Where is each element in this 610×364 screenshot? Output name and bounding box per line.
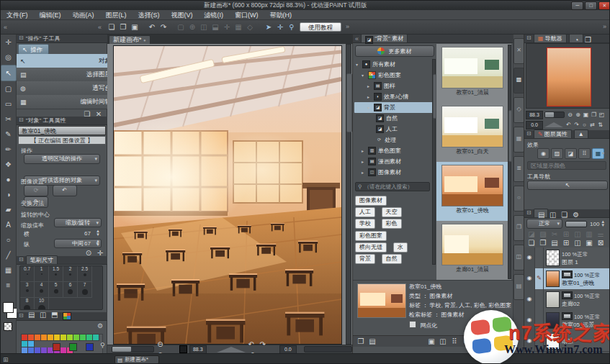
transparent-color-swatch[interactable]: [4, 322, 12, 331]
actual-size-icon[interactable]: [179, 345, 187, 353]
tag-horizontal-seamless[interactable]: 横向无缝: [355, 242, 387, 252]
layer-visibility-eye-icon[interactable]: ◉: [524, 310, 535, 331]
panel-menu-icon[interactable]: ⊟: [526, 129, 531, 138]
navigator-zoom-icon[interactable]: ◰: [598, 111, 606, 119]
color-set-tab-icon[interactable]: ◫: [37, 309, 49, 320]
brush-size-cell[interactable]: 1.5: [49, 266, 63, 282]
opacity-slider[interactable]: [565, 221, 587, 227]
color-swatch[interactable]: [67, 335, 73, 341]
brush-size-cell[interactable]: 4: [35, 282, 49, 298]
material-view-icon[interactable]: ▦: [472, 336, 483, 347]
navigator-rotate-icon[interactable]: ↷: [573, 121, 580, 129]
tool-icon[interactable]: ●: [1, 172, 16, 187]
tool-icon[interactable]: ▭: [1, 96, 16, 112]
brush-size-cell[interactable]: 3: [20, 282, 35, 298]
tool-icon[interactable]: ▰: [1, 202, 16, 217]
canvas-document[interactable]: [113, 45, 342, 345]
color-swatch[interactable]: [73, 335, 80, 341]
tag-color-pattern[interactable]: 彩色图案: [355, 231, 387, 241]
panel-menu-icon[interactable]: ⊟: [526, 34, 531, 42]
panel-menu-icon[interactable]: ⊟: [526, 209, 531, 217]
transparency-operation-dropdown[interactable]: 透明区域的操作: [24, 154, 100, 164]
tool-navigation-button[interactable]: ↖: [527, 181, 608, 190]
file-tool-icon[interactable]: ❐: [117, 22, 129, 32]
brush-size-cell[interactable]: 7: [78, 282, 92, 298]
effect-icon[interactable]: ▨: [551, 148, 563, 159]
panel-menu-icon[interactable]: ⊟: [19, 255, 24, 264]
tool-icon[interactable]: ✂: [1, 112, 16, 127]
collapse-chevron-icon[interactable]: «: [98, 24, 102, 31]
rotate-icon[interactable]: ↶: [246, 339, 257, 350]
canvas-zoom-slider[interactable]: [112, 346, 154, 352]
material-view-icon[interactable]: ◫: [437, 336, 449, 347]
tree-item-image-material[interactable]: ▸◫图像素材: [354, 167, 439, 178]
material-strip-icon[interactable]: ◫: [513, 245, 524, 270]
layer-property-stub-tab[interactable]: ▲: [574, 129, 588, 138]
material-list-scrollbar[interactable]: [508, 45, 511, 279]
layer-property-tab[interactable]: ✎ 图层属性: [534, 129, 572, 138]
tool-icon[interactable]: ○: [1, 232, 16, 247]
tag-water[interactable]: 水: [393, 242, 408, 252]
material-strip-icon[interactable]: ≣: [513, 156, 524, 182]
brush-size-cell[interactable]: 5: [49, 282, 63, 298]
brush-size-cell[interactable]: 8: [20, 298, 35, 310]
tag-background[interactable]: 背景: [355, 254, 375, 264]
blend-mode-dropdown[interactable]: 正常: [526, 219, 562, 229]
close-button[interactable]: ✕: [598, 1, 610, 10]
file-tool-icon[interactable]: ❏: [106, 22, 117, 32]
effect-caret-icon[interactable]: ▾: [602, 150, 604, 155]
material-folder-icon[interactable]: ▤: [367, 336, 378, 347]
menu-item[interactable]: 选择(S): [133, 10, 166, 20]
menu-item[interactable]: 滤镜(I): [199, 10, 230, 20]
document-chip[interactable]: ▤ 新建画布*: [115, 355, 159, 364]
material-folder-icon[interactable]: ❐: [355, 336, 367, 347]
layer-row[interactable]: ◉ 100 %正常 教室05_远景: [524, 310, 610, 332]
brush-size-cell[interactable]: 0.7: [20, 266, 35, 282]
effect-icon[interactable]: ◪: [565, 148, 577, 159]
status-chevron-icon[interactable]: ⊞: [3, 356, 9, 363]
layer-link-column[interactable]: [535, 331, 544, 351]
color-swatch[interactable]: [28, 341, 35, 347]
collapse-chevron-icon[interactable]: «: [4, 24, 7, 31]
effect-icon[interactable]: ⠿: [578, 148, 591, 159]
tool-icon[interactable]: ✛: [1, 35, 16, 50]
material-strip-icon[interactable]: ❐: [513, 215, 524, 241]
recent-color-swatch[interactable]: [86, 343, 94, 351]
color-set-tab-icon[interactable]: ⬒: [49, 309, 60, 320]
tool-icon[interactable]: ❖: [1, 157, 16, 172]
nav-tool-icon[interactable]: ➤: [263, 22, 274, 32]
navigator-tab[interactable]: ▦ 导航器: [534, 34, 567, 42]
navigator-zoom-icon[interactable]: ▣: [582, 111, 590, 119]
material-search-box[interactable]: ⚲ （请在此键入搜索）: [355, 182, 430, 191]
brush-size-cell[interactable]: 2.5: [78, 266, 92, 282]
effect-icon[interactable]: ◉: [537, 148, 550, 159]
tag-school[interactable]: 学校: [355, 219, 375, 229]
layer-tool-icon[interactable]: ⊞: [560, 237, 572, 248]
tool-icon[interactable]: ╱: [1, 247, 16, 263]
rotate-icon[interactable]: ↷: [257, 339, 269, 350]
layer-link-column[interactable]: [535, 247, 544, 268]
tutorial-button[interactable]: 使用教程: [300, 22, 341, 32]
edit-pencil-icon[interactable]: ✎: [535, 268, 544, 289]
tone-checkbox[interactable]: [409, 321, 416, 328]
material-strip-icon[interactable]: ◇: [513, 97, 524, 123]
layer-thumbnail[interactable]: [546, 270, 560, 287]
subtool-item-select-layer[interactable]: ▤ 选择图层: [17, 68, 115, 82]
material-strip-icon[interactable]: ▩: [513, 68, 524, 94]
layer-row-paper[interactable]: ◉ 纸张: [524, 331, 610, 352]
navigator-rotate-icon[interactable]: ⇅: [596, 121, 604, 129]
color-swatch[interactable]: [35, 335, 41, 341]
tool-icon[interactable]: ↖: [1, 65, 17, 81]
menu-item[interactable]: 帮助(H): [264, 10, 298, 20]
material-strip-icon[interactable]: ○: [513, 186, 524, 211]
layer-thumbnail[interactable]: [546, 250, 560, 266]
color-set-colorful-tab-icon[interactable]: [63, 312, 71, 320]
layer-row-selected[interactable]: ◉ ✎ 100 %正常 教室01_傍晚: [524, 268, 610, 290]
color-swatch[interactable]: [22, 341, 28, 347]
layer-visibility-eye-icon[interactable]: ◉: [524, 268, 535, 289]
layer-thumbnail[interactable]: [546, 312, 560, 329]
tool-icon[interactable]: ✏: [1, 142, 16, 157]
navigator-rotate-icon[interactable]: ↶: [565, 121, 573, 129]
color-swatch[interactable]: [60, 335, 67, 341]
menu-item[interactable]: 编辑(E): [34, 10, 67, 20]
